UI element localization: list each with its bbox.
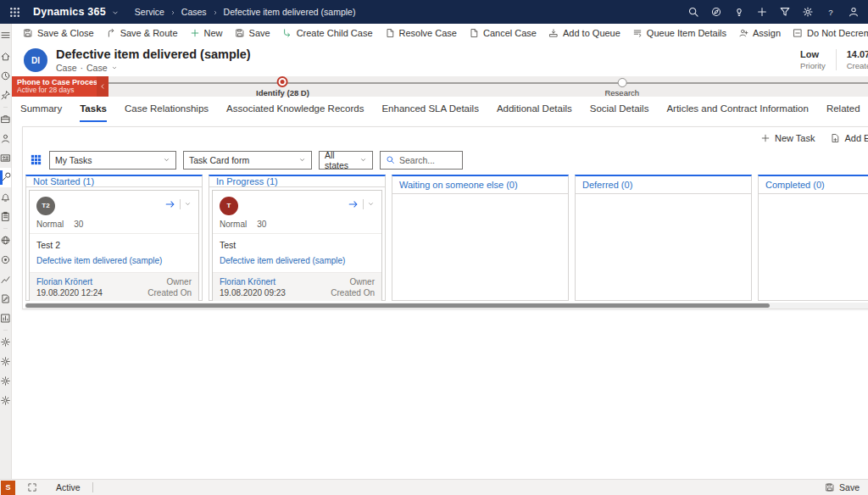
resolve-case-button[interactable]: Resolve Case	[379, 24, 463, 42]
lightbulb-icon[interactable]	[733, 6, 745, 18]
search-input[interactable]	[399, 155, 459, 165]
breadcrumb-record[interactable]: Defective item delivered (sample)	[224, 7, 356, 17]
open-record-arrow-icon[interactable]	[164, 198, 176, 210]
process-badge[interactable]: Phone to Case Process Active for 28 days	[12, 76, 97, 97]
column-header[interactable]: In Progress (1)	[209, 176, 385, 187]
scrollbar-thumb[interactable]	[25, 303, 770, 308]
search-icon[interactable]	[687, 6, 699, 18]
breadcrumb-service[interactable]: Service	[135, 7, 164, 17]
chevron-down-icon[interactable]	[367, 200, 375, 208]
sidebar-item-settings-2[interactable]	[0, 352, 11, 371]
task-subject[interactable]: Test 2	[36, 240, 192, 250]
sidebar-item-reports[interactable]	[0, 309, 11, 328]
record-form-selector[interactable]: Case	[86, 63, 108, 73]
sidebar-menu-toggle[interactable]	[0, 24, 11, 47]
state-filter-selector[interactable]: All states	[319, 151, 373, 170]
save-and-route-button[interactable]: Save & Route	[100, 24, 184, 42]
breadcrumb-cases[interactable]: Cases	[181, 7, 207, 17]
stage-marker-icon	[617, 78, 626, 87]
queue-item-details-button[interactable]: Queue Item Details	[626, 24, 732, 42]
assign-button[interactable]: Assign	[732, 24, 787, 42]
view-selector[interactable]: My Tasks	[49, 151, 176, 170]
new-task-button[interactable]: New Task	[754, 133, 821, 143]
tab-related[interactable]: Related	[826, 103, 860, 122]
filter-icon[interactable]	[779, 6, 791, 18]
add-existing-task-button[interactable]: Add Existing Task	[823, 133, 868, 143]
app-title[interactable]: Dynamics 365	[33, 6, 106, 18]
save-button[interactable]: Save	[229, 24, 276, 42]
grid-view-icon[interactable]	[30, 153, 42, 166]
waffle-app-launcher-icon[interactable]	[8, 6, 21, 19]
chevron-down-icon[interactable]	[111, 64, 118, 71]
sidebar-item-accounts[interactable]	[0, 148, 11, 168]
sidebar-item-dashboards[interactable]	[0, 109, 11, 129]
gear-icon	[0, 375, 11, 387]
tab-additional-details[interactable]: Additional Details	[497, 103, 572, 122]
person-icon[interactable]	[848, 6, 860, 18]
do-not-decrement-button[interactable]: Do Not Decrement En...	[787, 24, 868, 42]
chevron-down-icon	[298, 156, 306, 164]
task-card[interactable]: T2 Normal	[29, 190, 199, 301]
process-collapse-button[interactable]	[97, 76, 108, 97]
tab-enhanced-sla-details[interactable]: Enhanced SLA Details	[381, 103, 478, 122]
add-to-queue-button[interactable]: Add to Queue	[542, 24, 626, 42]
column-header[interactable]: Completed (0)	[759, 176, 868, 194]
sidebar-item-recent[interactable]	[0, 66, 11, 86]
task-regarding-link[interactable]: Defective item delivered (sample)	[220, 256, 375, 265]
compass-icon[interactable]	[710, 6, 722, 18]
column-header[interactable]: Not Started (1)	[26, 176, 202, 187]
column-header[interactable]: Waiting on someone else (0)	[392, 176, 568, 194]
sidebar-item-queues[interactable]	[0, 187, 11, 207]
sidebar-item-settings-1[interactable]	[0, 332, 11, 352]
subgrid-toolbar: New Task Add Existing Task Refresh Run R…	[23, 127, 868, 150]
sidebar-item-contacts[interactable]	[0, 129, 11, 148]
tab-summary[interactable]: Summary	[20, 103, 62, 122]
gear-icon[interactable]	[802, 6, 814, 18]
sidebar-item-knowledge[interactable]	[0, 207, 11, 226]
process-line	[108, 82, 868, 84]
sidebar-item-cases[interactable]	[0, 168, 11, 187]
help-icon[interactable]: ?	[825, 6, 837, 18]
save-and-close-button[interactable]: Save & Close	[17, 24, 100, 42]
tab-articles-contract-info[interactable]: Articles and Contract Information	[666, 103, 808, 122]
chevron-down-icon	[163, 156, 170, 164]
sidebar-item-settings-3[interactable]	[0, 371, 11, 391]
sidebar-item-portals[interactable]	[0, 231, 11, 250]
pin-icon	[0, 90, 11, 101]
tab-associated-knowledge-records[interactable]: Associated Knowledge Records	[226, 103, 364, 122]
command-label: Cancel Case	[483, 28, 537, 38]
task-avatar: T2	[36, 197, 55, 215]
process-status: Active for 28 days	[17, 86, 92, 95]
sandbox-badge[interactable]: S	[1, 481, 15, 495]
expand-icon[interactable]	[27, 482, 37, 492]
task-card[interactable]: T Normal	[212, 190, 382, 301]
new-button[interactable]: New	[184, 24, 229, 42]
sidebar-item-goals[interactable]	[0, 250, 11, 270]
open-record-arrow-icon[interactable]	[348, 198, 359, 210]
tab-case-relationships[interactable]: Case Relationships	[125, 103, 209, 122]
created-on-label: Created On	[847, 61, 868, 70]
sidebar-item-articles[interactable]	[0, 289, 11, 309]
chevron-down-icon[interactable]	[184, 200, 192, 208]
task-owner-link[interactable]: Florian Krönert	[36, 277, 92, 286]
tab-social-details[interactable]: Social Details	[590, 103, 649, 122]
horizontal-scrollbar[interactable]	[25, 303, 868, 309]
task-subject[interactable]: Test	[220, 240, 375, 250]
sidebar-item-home[interactable]	[0, 47, 11, 66]
create-child-case-button[interactable]: Create Child Case	[276, 24, 379, 42]
search-box[interactable]	[380, 151, 463, 170]
card-form-selector[interactable]: Task Card form	[183, 151, 312, 170]
chevron-down-icon[interactable]	[111, 8, 120, 17]
cancel-case-button[interactable]: Cancel Case	[463, 24, 542, 42]
tab-tasks[interactable]: Tasks	[80, 103, 107, 122]
task-owner-link[interactable]: Florian Krönert	[220, 277, 275, 286]
task-regarding-link[interactable]: Defective item delivered (sample)	[36, 256, 192, 265]
column-header[interactable]: Deferred (0)	[576, 176, 751, 194]
stage-identify[interactable]: Identify (28 D)	[256, 76, 309, 97]
footer-save-button[interactable]: Save	[825, 482, 860, 492]
sidebar-item-pinned[interactable]	[0, 86, 11, 105]
sidebar-item-settings-4[interactable]	[0, 391, 11, 410]
plus-icon[interactable]	[756, 6, 768, 18]
stage-research[interactable]: Research	[604, 76, 639, 97]
sidebar-item-charts[interactable]	[0, 270, 11, 289]
